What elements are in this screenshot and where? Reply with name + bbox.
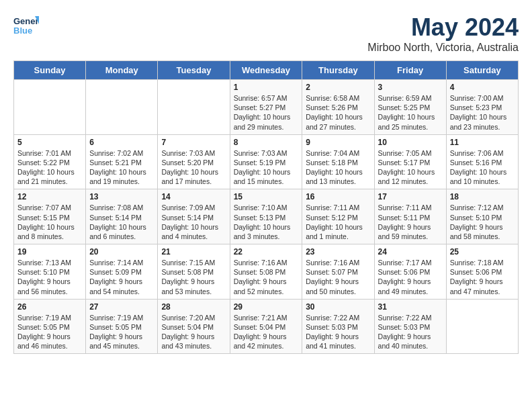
- day-info: Sunrise: 6:57 AMSunset: 5:27 PMDaylight:…: [234, 93, 299, 132]
- day-info: Sunrise: 7:20 AMSunset: 5:04 PMDaylight:…: [161, 313, 226, 351]
- calendar-cell: 25Sunrise: 7:18 AMSunset: 5:06 PMDayligh…: [446, 244, 518, 300]
- day-info: Sunrise: 7:19 AMSunset: 5:05 PMDaylight:…: [17, 313, 82, 351]
- day-info: Sunrise: 7:11 AMSunset: 5:11 PMDaylight:…: [378, 203, 443, 241]
- calendar-cell: 14Sunrise: 7:09 AMSunset: 5:14 PMDayligh…: [158, 189, 230, 244]
- calendar-cell: 23Sunrise: 7:16 AMSunset: 5:07 PMDayligh…: [302, 244, 374, 300]
- day-info: Sunrise: 7:03 AMSunset: 5:19 PMDaylight:…: [234, 148, 299, 187]
- calendar-cell: [14, 80, 86, 135]
- day-number: 25: [450, 247, 515, 257]
- day-info: Sunrise: 7:22 AMSunset: 5:03 PMDaylight:…: [378, 313, 443, 351]
- day-number: 10: [378, 138, 443, 147]
- day-info: Sunrise: 7:09 AMSunset: 5:14 PMDaylight:…: [161, 203, 226, 241]
- day-number: 12: [17, 192, 82, 201]
- weekday-header: Saturday: [446, 61, 518, 80]
- day-number: 6: [89, 138, 154, 147]
- day-info: Sunrise: 7:05 AMSunset: 5:17 PMDaylight:…: [378, 148, 443, 187]
- day-number: 21: [161, 247, 226, 257]
- calendar-cell: 5Sunrise: 7:01 AMSunset: 5:22 PMDaylight…: [14, 134, 86, 189]
- day-number: 1: [234, 83, 299, 92]
- day-info: Sunrise: 6:59 AMSunset: 5:25 PMDaylight:…: [378, 93, 443, 132]
- day-number: 2: [306, 83, 370, 92]
- day-number: 14: [161, 192, 226, 201]
- day-number: 13: [89, 192, 154, 201]
- day-number: 23: [306, 247, 370, 257]
- calendar-cell: 21Sunrise: 7:15 AMSunset: 5:08 PMDayligh…: [158, 244, 230, 300]
- day-info: Sunrise: 7:07 AMSunset: 5:15 PMDaylight:…: [17, 203, 82, 241]
- calendar-cell: [86, 80, 158, 135]
- weekday-header: Tuesday: [158, 61, 230, 80]
- day-number: 26: [17, 302, 82, 312]
- weekday-header: Wednesday: [230, 61, 302, 80]
- day-info: Sunrise: 7:17 AMSunset: 5:06 PMDaylight:…: [378, 258, 443, 296]
- calendar-cell: 12Sunrise: 7:07 AMSunset: 5:15 PMDayligh…: [14, 189, 86, 244]
- day-number: 24: [378, 247, 443, 257]
- day-number: 20: [89, 247, 154, 257]
- day-number: 18: [450, 192, 515, 201]
- day-info: Sunrise: 6:58 AMSunset: 5:26 PMDaylight:…: [306, 93, 370, 132]
- calendar-cell: 9Sunrise: 7:04 AMSunset: 5:18 PMDaylight…: [302, 134, 374, 189]
- day-number: 30: [306, 302, 370, 312]
- day-info: Sunrise: 7:21 AMSunset: 5:04 PMDaylight:…: [234, 313, 299, 351]
- day-number: 5: [17, 138, 82, 147]
- day-number: 8: [234, 138, 299, 147]
- day-info: Sunrise: 7:03 AMSunset: 5:20 PMDaylight:…: [161, 148, 226, 187]
- calendar-cell: 15Sunrise: 7:10 AMSunset: 5:13 PMDayligh…: [230, 189, 302, 244]
- day-info: Sunrise: 7:00 AMSunset: 5:23 PMDaylight:…: [450, 93, 515, 132]
- weekday-header: Friday: [374, 61, 446, 80]
- calendar-cell: [446, 299, 518, 354]
- calendar-cell: 1Sunrise: 6:57 AMSunset: 5:27 PMDaylight…: [230, 80, 302, 135]
- day-number: 9: [306, 138, 370, 147]
- calendar-cell: 19Sunrise: 7:13 AMSunset: 5:10 PMDayligh…: [14, 244, 86, 300]
- day-info: Sunrise: 7:13 AMSunset: 5:10 PMDaylight:…: [17, 258, 82, 296]
- calendar-cell: 10Sunrise: 7:05 AMSunset: 5:17 PMDayligh…: [374, 134, 446, 189]
- calendar-cell: 16Sunrise: 7:11 AMSunset: 5:12 PMDayligh…: [302, 189, 374, 244]
- day-number: 22: [234, 247, 299, 257]
- logo: General Blue: [13, 13, 39, 39]
- calendar-cell: 28Sunrise: 7:20 AMSunset: 5:04 PMDayligh…: [158, 299, 230, 354]
- day-number: 27: [89, 302, 154, 312]
- weekday-header: Sunday: [14, 61, 86, 80]
- calendar-cell: 22Sunrise: 7:16 AMSunset: 5:08 PMDayligh…: [230, 244, 302, 300]
- day-info: Sunrise: 7:18 AMSunset: 5:06 PMDaylight:…: [450, 258, 515, 296]
- day-number: 29: [234, 302, 299, 312]
- day-info: Sunrise: 7:16 AMSunset: 5:07 PMDaylight:…: [306, 258, 370, 296]
- calendar: SundayMondayTuesdayWednesdayThursdayFrid…: [13, 60, 519, 354]
- day-info: Sunrise: 7:11 AMSunset: 5:12 PMDaylight:…: [306, 203, 370, 241]
- calendar-cell: 27Sunrise: 7:19 AMSunset: 5:05 PMDayligh…: [86, 299, 158, 354]
- calendar-cell: 3Sunrise: 6:59 AMSunset: 5:25 PMDaylight…: [374, 80, 446, 135]
- day-number: 28: [161, 302, 226, 312]
- calendar-cell: 20Sunrise: 7:14 AMSunset: 5:09 PMDayligh…: [86, 244, 158, 300]
- calendar-cell: 30Sunrise: 7:22 AMSunset: 5:03 PMDayligh…: [302, 299, 374, 354]
- calendar-cell: 24Sunrise: 7:17 AMSunset: 5:06 PMDayligh…: [374, 244, 446, 300]
- day-info: Sunrise: 7:14 AMSunset: 5:09 PMDaylight:…: [89, 258, 154, 296]
- calendar-cell: 2Sunrise: 6:58 AMSunset: 5:26 PMDaylight…: [302, 80, 374, 135]
- calendar-cell: 13Sunrise: 7:08 AMSunset: 5:14 PMDayligh…: [86, 189, 158, 244]
- day-number: 11: [450, 138, 515, 147]
- day-info: Sunrise: 7:22 AMSunset: 5:03 PMDaylight:…: [306, 313, 370, 351]
- day-info: Sunrise: 7:02 AMSunset: 5:21 PMDaylight:…: [89, 148, 154, 187]
- calendar-cell: 11Sunrise: 7:06 AMSunset: 5:16 PMDayligh…: [446, 134, 518, 189]
- calendar-cell: 18Sunrise: 7:12 AMSunset: 5:10 PMDayligh…: [446, 189, 518, 244]
- calendar-cell: 4Sunrise: 7:00 AMSunset: 5:23 PMDaylight…: [446, 80, 518, 135]
- main-title: May 2024: [367, 13, 519, 42]
- day-number: 17: [378, 192, 443, 201]
- day-number: 7: [161, 138, 226, 147]
- calendar-cell: 6Sunrise: 7:02 AMSunset: 5:21 PMDaylight…: [86, 134, 158, 189]
- day-info: Sunrise: 7:06 AMSunset: 5:16 PMDaylight:…: [450, 148, 515, 187]
- calendar-cell: 7Sunrise: 7:03 AMSunset: 5:20 PMDaylight…: [158, 134, 230, 189]
- day-number: 15: [234, 192, 299, 201]
- day-info: Sunrise: 7:01 AMSunset: 5:22 PMDaylight:…: [17, 148, 82, 187]
- day-number: 3: [378, 83, 443, 92]
- calendar-cell: 8Sunrise: 7:03 AMSunset: 5:19 PMDaylight…: [230, 134, 302, 189]
- day-info: Sunrise: 7:12 AMSunset: 5:10 PMDaylight:…: [450, 203, 515, 241]
- day-info: Sunrise: 7:15 AMSunset: 5:08 PMDaylight:…: [161, 258, 226, 296]
- weekday-header: Monday: [86, 61, 158, 80]
- calendar-cell: 31Sunrise: 7:22 AMSunset: 5:03 PMDayligh…: [374, 299, 446, 354]
- calendar-cell: 26Sunrise: 7:19 AMSunset: 5:05 PMDayligh…: [14, 299, 86, 354]
- weekday-header: Thursday: [302, 61, 374, 80]
- page-header: General Blue May 2024 Mirboo North, Vict…: [13, 13, 519, 54]
- calendar-cell: [158, 80, 230, 135]
- day-number: 4: [450, 83, 515, 92]
- calendar-cell: 17Sunrise: 7:11 AMSunset: 5:11 PMDayligh…: [374, 189, 446, 244]
- day-info: Sunrise: 7:16 AMSunset: 5:08 PMDaylight:…: [234, 258, 299, 296]
